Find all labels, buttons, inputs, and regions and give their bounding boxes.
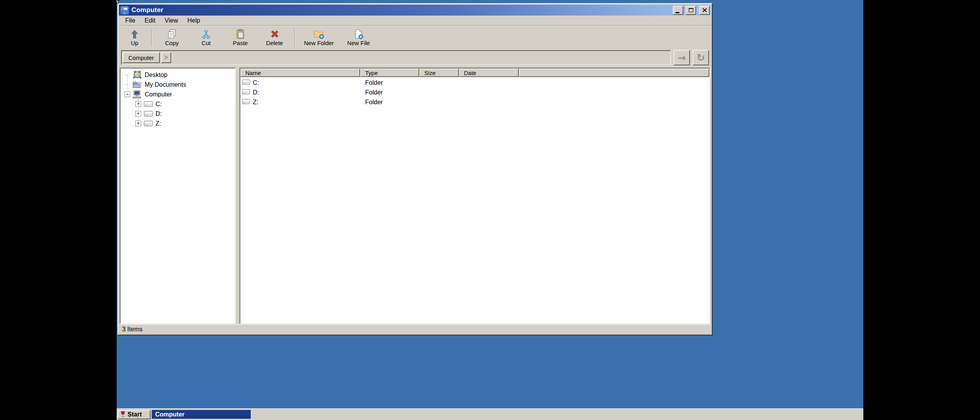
address-bar: Computer > → ↻ [119,49,711,66]
copy-icon [167,28,177,39]
app-icon [120,6,129,15]
pane-splitter[interactable] [236,68,240,324]
tree-item-my-documents[interactable]: My Documents [121,80,234,89]
cut-button[interactable]: Cut [189,27,223,47]
delete-x-icon [270,28,280,39]
address-field[interactable]: Computer > [121,50,671,65]
menu-edit[interactable]: Edit [140,16,160,25]
new-file-icon [354,28,364,39]
column-header-name[interactable]: Name [240,68,360,77]
new-file-button[interactable]: New File [340,27,377,47]
tree-item-label: Desktop [145,72,168,79]
column-header-size[interactable]: Size [419,68,459,77]
tree-item-label: C: [156,101,162,108]
documents-folder-icon [133,81,142,89]
minimize-icon [676,12,679,13]
list-item-c-drive[interactable]: C: Folder [240,78,709,88]
toolbar-label: Up [131,40,138,46]
tree-line [127,75,128,95]
file-list-pane: Name Type Size Date [240,68,710,324]
toolbar-label: Paste [233,40,248,46]
explorer-window: Computer File Edit View Help U [117,3,712,335]
item-type: Folder [360,79,419,86]
start-button[interactable]: Start [118,410,150,419]
maximize-icon [689,8,693,12]
tree-item-label: My Documents [145,81,186,88]
toolbar-label: Delete [266,40,283,46]
desktop-icon [133,71,142,79]
toolbar-label: New File [347,40,370,46]
drive-icon [144,121,153,126]
tree-line [138,99,138,122]
toolbar-separator [294,28,295,46]
paste-button[interactable]: Paste [223,27,257,47]
list-item-d-drive[interactable]: D: Folder [240,88,709,97]
toolbar-label: Copy [165,40,178,46]
screen: Computer File Edit View Help U [0,0,980,420]
item-name: D: [253,89,259,96]
taskbar: Start Computer [117,408,863,420]
tree-item-label: Z: [156,120,161,127]
drive-icon [242,79,250,86]
menu-help[interactable]: Help [183,16,205,25]
status-bar: 3 Items [119,324,711,334]
tree-item-label: D: [156,110,162,117]
desktop: Computer File Edit View Help U [117,0,863,420]
item-name: C: [253,79,259,86]
folder-tree-pane: Desktop My Documents [120,68,236,324]
status-text: 3 Items [122,326,142,333]
toolbar-label: Cut [201,40,210,46]
go-arrow-icon: → [678,52,686,63]
tree-item-label: Computer [145,91,172,98]
delete-button[interactable]: Delete [257,27,292,47]
column-header-filler [519,68,709,77]
paste-icon [235,28,246,39]
item-type: Folder [360,99,419,106]
close-icon [702,8,707,12]
item-type: Folder [360,89,419,96]
main-area: Desktop My Documents [119,66,711,324]
list-header: Name Type Size Date [240,68,709,77]
list-item-z-drive[interactable]: Z: Folder [240,97,709,107]
title-bar[interactable]: Computer [119,5,711,16]
column-header-date[interactable]: Date [459,68,519,77]
computer-icon [133,90,142,99]
list-body: C: Folder [240,77,709,107]
menu-view[interactable]: View [160,16,182,25]
menu-bar: File Edit View Help [119,16,711,25]
up-arrow-icon [130,28,140,39]
tree-item-computer[interactable]: − Computer [121,89,234,99]
drive-icon [242,99,250,106]
minimize-button[interactable] [673,6,683,15]
task-button-computer[interactable]: Computer [152,410,251,419]
column-header-type[interactable]: Type [360,68,419,77]
start-label: Start [128,411,142,418]
maximize-button[interactable] [686,6,696,15]
tree-item-desktop[interactable]: Desktop [121,70,234,80]
drive-icon [144,101,153,107]
toolbar-separator [151,28,152,46]
toolbar: Up Copy [119,26,711,49]
mouse-cursor-icon [117,0,121,6]
task-label: Computer [155,411,185,418]
refresh-button[interactable]: ↻ [693,50,709,65]
new-folder-button[interactable]: New Folder [298,27,340,47]
close-button[interactable] [699,6,710,15]
scissors-icon [201,28,211,39]
toolbar-label: New Folder [304,40,334,46]
up-button[interactable]: Up [121,27,149,47]
chevron-right-icon[interactable]: > [161,52,171,63]
refresh-icon: ↻ [697,52,705,63]
go-button[interactable]: → [674,50,690,65]
item-name: Z: [253,99,258,106]
copy-button[interactable]: Copy [155,27,189,47]
drive-icon [242,89,250,96]
new-folder-icon [313,28,324,39]
wine-glass-icon [120,411,126,418]
menu-file[interactable]: File [121,16,140,25]
address-segment-computer[interactable]: Computer [122,52,160,63]
window-title: Computer [131,6,670,14]
drive-icon [144,111,153,117]
